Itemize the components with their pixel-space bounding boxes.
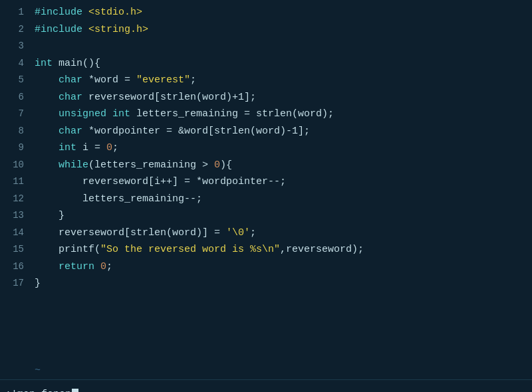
code-line: 5 char *word = "everest"; — [0, 72, 532, 89]
line-content: letters_remaining--; — [35, 191, 202, 208]
status-bar: :!man fopen — [0, 379, 532, 393]
line-number: 3 — [5, 39, 24, 54]
line-content: int i = 0; — [35, 140, 118, 157]
line-number: 11 — [5, 174, 24, 190]
line-number: 5 — [5, 72, 24, 88]
line-content: #include <string.h> — [35, 21, 148, 39]
code-line: 11 reverseword[i++] = *wordpointer--; — [0, 173, 532, 191]
line-content: int main(){ — [35, 55, 100, 72]
line-content: char reverseword[strlen(word)+1]; — [35, 89, 256, 106]
code-line: 9 int i = 0; — [0, 140, 532, 157]
code-line: 2#include <string.h> — [0, 21, 532, 39]
code-line: 10 while(letters_remaining > 0){ — [0, 157, 532, 174]
line-number: 1 — [5, 5, 24, 21]
line-content: return 0; — [35, 258, 112, 276]
line-content: char *word = "everest"; — [35, 72, 196, 89]
line-content: reverseword[strlen(word)] = '\0'; — [35, 225, 256, 242]
code-editor: 1#include <stdio.h>2#include <string.h>3… — [0, 0, 532, 362]
code-line: 13 } — [0, 207, 532, 225]
line-number: 12 — [5, 191, 24, 207]
code-line: 12 letters_remaining--; — [0, 191, 532, 208]
command-text: :!man fopen — [5, 389, 71, 392]
line-number: 2 — [5, 22, 24, 38]
line-content: while(letters_remaining > 0){ — [35, 157, 232, 174]
line-number: 4 — [5, 56, 24, 72]
line-number: 8 — [5, 124, 24, 140]
line-number: 13 — [5, 208, 24, 224]
line-number: 17 — [5, 276, 24, 292]
line-number: 10 — [5, 157, 24, 173]
tilde-symbol: ~ — [35, 362, 41, 379]
code-line: 6 char reverseword[strlen(word)+1]; — [0, 89, 532, 106]
code-line: 17} — [0, 275, 532, 292]
line-content: } — [35, 207, 65, 225]
line-number: 15 — [5, 242, 24, 258]
line-content: reverseword[i++] = *wordpointer--; — [35, 173, 286, 191]
line-number: 9 — [5, 140, 24, 156]
code-line: 16 return 0; — [0, 258, 532, 276]
tilde-line: ~ — [0, 362, 532, 379]
line-content: } — [35, 275, 41, 292]
line-number: 16 — [5, 259, 24, 275]
cursor — [72, 389, 78, 393]
line-number: 7 — [5, 106, 24, 122]
line-content: #include <stdio.h> — [35, 4, 142, 21]
code-line: 3 — [0, 38, 532, 55]
command-line: :!man fopen — [5, 389, 78, 393]
code-line: 4int main(){ — [0, 55, 532, 72]
code-line: 7 unsigned int letters_remaining = strle… — [0, 106, 532, 123]
line-number: 6 — [5, 90, 24, 106]
line-content: unsigned int letters_remaining = strlen(… — [35, 106, 334, 123]
code-line: 14 reverseword[strlen(word)] = '\0'; — [0, 225, 532, 242]
line-content — [35, 38, 41, 55]
code-line: 15 printf("So the reversed word is %s\n"… — [0, 241, 532, 258]
code-line: 8 char *wordpointer = &word[strlen(word)… — [0, 123, 532, 140]
line-content: printf("So the reversed word is %s\n",re… — [35, 241, 364, 258]
code-line: 1#include <stdio.h> — [0, 4, 532, 21]
tilde-number — [5, 362, 24, 379]
line-content: char *wordpointer = &word[strlen(word)-1… — [35, 123, 310, 140]
line-number: 14 — [5, 225, 24, 241]
